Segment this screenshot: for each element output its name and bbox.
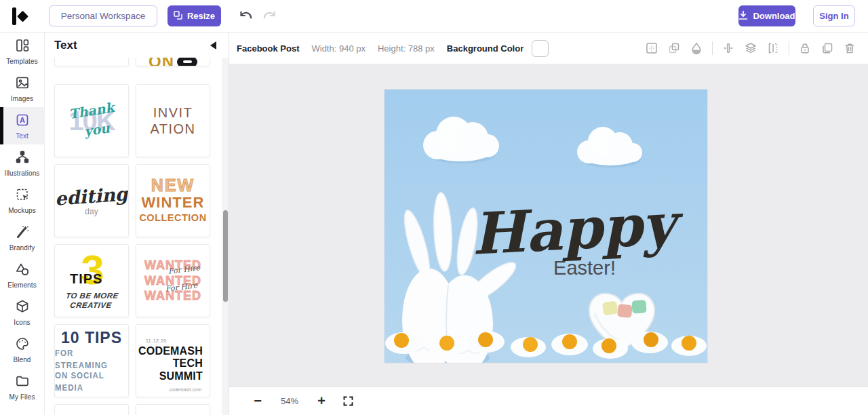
sidebar-item-label: Templates [6, 58, 37, 65]
workspace-button-label: Personal Workspace [61, 11, 145, 21]
flip-icon[interactable] [722, 41, 735, 55]
resize-button-label: Resize [187, 11, 215, 21]
collapse-panel-icon[interactable] [210, 41, 216, 50]
workspace-button[interactable]: Personal Workspace [49, 5, 157, 26]
icons-icon [15, 299, 30, 317]
lock-icon[interactable] [798, 41, 812, 55]
creative-text: CREATIVE [70, 301, 113, 309]
zoom-level-value[interactable]: 54% [269, 396, 310, 406]
duplicate-icon[interactable] [821, 41, 834, 55]
panel-scrollbar-thumb[interactable] [223, 210, 228, 302]
sidebar-item-label: My Files [9, 393, 35, 401]
sidebar-item-templates[interactable]: Templates [0, 33, 44, 70]
panel-title: Text [54, 39, 77, 52]
height-label: Height: 788 px [378, 43, 435, 54]
sidebar-item-label: Illustrations [5, 170, 40, 177]
redo-icon[interactable] [262, 9, 277, 24]
templates-icon [15, 38, 30, 56]
text-template-card[interactable] [54, 58, 129, 66]
top-bar: Personal Workspace Resize [0, 0, 868, 33]
text-template-card-3-tips[interactable]: 3 TIPS TO BE MORE CREATIVE [54, 244, 129, 317]
happy-script-text[interactable]: Happy [470, 190, 686, 268]
blend-icon [15, 336, 30, 354]
template-grid: ON 10K Thank you INVIT ATION [45, 58, 229, 415]
sidebar-item-my-files[interactable]: My Files [0, 368, 44, 406]
design-artboard[interactable]: Happy Easter! [384, 90, 707, 363]
sidebar-item-brandify[interactable]: Brandify [0, 219, 44, 256]
toolbar-divider [789, 41, 789, 55]
winter-text: WINTER [142, 194, 205, 211]
editing-script-text: editing [54, 183, 128, 209]
sidebar-item-icons[interactable]: Icons [0, 294, 44, 331]
zoom-in-button[interactable]: + [314, 393, 329, 409]
invitation-line2: ATION [150, 121, 195, 137]
sidebar-item-blend[interactable]: Blend [0, 331, 44, 368]
resize-button[interactable]: Resize [167, 5, 221, 26]
sidebar-item-mockups[interactable]: Mockups [0, 182, 44, 219]
codemash-date-text: 11.12.20 [146, 338, 167, 343]
pixelied-logo-icon[interactable] [9, 6, 33, 26]
invitation-line1: INVIT [153, 104, 193, 121]
svg-text:A: A [20, 116, 25, 124]
tech-text: TECH [173, 357, 203, 369]
text-template-card-10-tips[interactable]: 10 TIPS FOR STREAMING ON SOCIAL MEDIA [54, 324, 129, 397]
document-toolbar: Facebook Post Width: 940 px Height: 788 … [229, 33, 868, 64]
codemash-site-text: codemash.com [170, 387, 201, 392]
sidebar-item-label: Mockups [8, 207, 36, 214]
toggle-pill-shape [177, 58, 197, 66]
text-template-card-game-on[interactable]: ON [136, 58, 210, 66]
mockups-icon [15, 187, 30, 205]
toolbar-divider [712, 41, 713, 55]
tips-text: TIPS [70, 271, 102, 287]
text-template-card-editing-day[interactable]: editing day [54, 164, 129, 237]
text-template-card-winter-collection[interactable]: NEW WINTER COLLECTION [136, 164, 210, 237]
document-type-label: Facebook Post [237, 43, 299, 54]
new-text: NEW [151, 177, 195, 194]
sidebar-item-text[interactable]: A Text [0, 107, 44, 144]
background-color-label: Background Color [447, 43, 524, 54]
canvas-area[interactable]: Happy Easter! [229, 64, 868, 387]
sidebar-item-images[interactable]: Images [0, 70, 44, 107]
my-files-icon [15, 374, 30, 391]
background-color-swatch[interactable] [532, 40, 549, 57]
delete-icon[interactable] [843, 41, 856, 55]
fullscreen-icon[interactable] [342, 395, 354, 407]
crop-icon[interactable] [766, 41, 780, 55]
text-template-card-10k-thank-you[interactable]: 10K Thank you [54, 84, 129, 157]
text-template-card[interactable] [136, 404, 210, 415]
resize-icon [174, 11, 182, 22]
panel-scrollbar-track [222, 58, 229, 415]
sidebar-item-illustrations[interactable]: Illustrations [0, 144, 44, 182]
sidebar-item-label: Brandify [9, 244, 35, 252]
toolbar-actions [645, 41, 868, 55]
width-label: Width: 940 px [311, 43, 366, 54]
download-button-label: Download [753, 11, 795, 21]
text-template-card-invitation[interactable]: INVIT ATION [136, 84, 210, 157]
sidebar-item-label: Blend [13, 356, 31, 363]
text-templates-panel: Text ON 10K Thank you [45, 33, 229, 415]
text-template-card-codemash[interactable]: 11.12.20 CODEMASH TECH SUMMIT codemash.c… [136, 324, 210, 397]
undo-icon[interactable] [239, 9, 254, 24]
sidebar-item-elements[interactable]: Elements [0, 256, 44, 294]
layers-icon[interactable] [744, 41, 757, 55]
text-template-card-wanted[interactable]: WANTED WANTED WANTED For Hire For Hire [136, 244, 210, 317]
illustrations-icon [15, 150, 30, 167]
elements-icon [15, 262, 30, 279]
sidebar-item-label: Icons [14, 319, 30, 326]
brandify-icon [15, 224, 30, 242]
download-button[interactable]: Download [738, 5, 795, 26]
opacity-droplet-icon[interactable] [690, 41, 703, 55]
panel-header: Text [45, 33, 229, 58]
position-icon[interactable] [645, 41, 658, 55]
images-icon [15, 75, 30, 93]
easter-subtitle-text[interactable]: Easter! [553, 257, 616, 279]
group-icon[interactable] [667, 41, 681, 55]
zoom-bar: − 54% + [229, 387, 868, 415]
sidebar-item-label: Text [16, 132, 28, 140]
sidebar-item-label: Images [11, 95, 33, 102]
signin-button[interactable]: Sign In [813, 5, 855, 26]
zoom-out-button[interactable]: − [250, 393, 265, 409]
to-be-more-text: TO BE MORE [65, 292, 119, 300]
text-template-card[interactable] [54, 404, 129, 415]
ten-tips-text: 10 TIPS [61, 330, 122, 347]
